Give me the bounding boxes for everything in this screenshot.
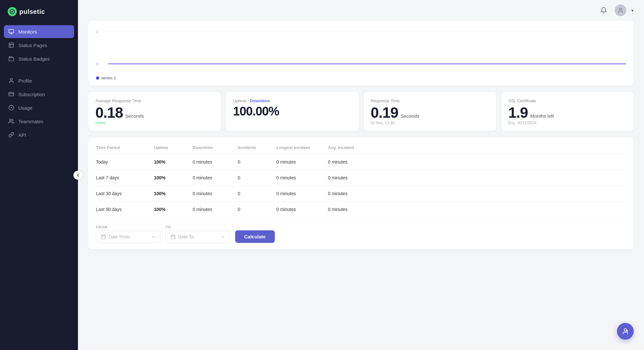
stat-sub-ssl: Exp. 30/12/2024 — [508, 121, 627, 125]
svg-point-21 — [624, 329, 626, 331]
td-longest-90d: 0 minutes — [276, 207, 328, 212]
logo: pulsetic — [0, 0, 78, 25]
stat-sub-response-time: 01 Nov, 13:36 — [371, 121, 489, 125]
fab-button[interactable] — [617, 323, 634, 340]
stat-value-row-response-time: 0.19 Seconds — [371, 105, 489, 120]
td-period-today: Today — [96, 159, 154, 165]
svg-rect-1 — [9, 29, 14, 33]
date-to-select[interactable]: Date To — [166, 231, 230, 243]
stat-big-ssl: 1.9 — [508, 105, 528, 120]
profile-icon — [8, 78, 14, 84]
sidebar: pulsetic Monitors Status Pages Status Ba… — [0, 0, 78, 350]
td-incidents-30d: 0 — [238, 191, 276, 196]
table-row: Today 100% 0 minutes 0 0 minutes 0 minut… — [96, 154, 626, 170]
api-icon — [8, 132, 14, 138]
status-pages-icon — [8, 42, 14, 48]
stat-value-row-uptime: 100.00% — [233, 105, 351, 117]
stat-big-avg-response: 0.18 — [95, 105, 123, 120]
user-menu-chevron[interactable]: ▾ — [631, 8, 634, 13]
td-downtime-30d: 0 minutes — [193, 191, 238, 196]
stat-big-response-time: 0.19 — [371, 105, 399, 120]
status-badges-icon — [8, 56, 14, 62]
sidebar-item-status-badges[interactable]: Status Badges — [4, 52, 74, 65]
svg-point-8 — [620, 8, 621, 10]
td-avg-90d: 0 minutes — [328, 207, 373, 212]
th-downtime: Downtime — [193, 145, 238, 150]
stat-unit-ssl: Months left — [530, 113, 554, 119]
td-uptime-30d: 100% — [154, 191, 193, 196]
th-incidents: Incidents — [238, 145, 276, 150]
stat-sub-avg-response: online — [95, 121, 214, 125]
date-from-select[interactable]: Date From — [96, 231, 160, 243]
sidebar-item-teammates[interactable]: Teammates — [4, 115, 74, 128]
date-to-placeholder: Date To — [178, 234, 194, 239]
date-from-label: FROM — [96, 225, 160, 229]
notification-bell[interactable] — [598, 5, 610, 16]
bell-icon — [600, 7, 607, 14]
calendar-icon-to — [170, 234, 176, 239]
user-avatar[interactable] — [615, 5, 626, 16]
sidebar-item-profile[interactable]: Profile — [4, 74, 74, 87]
th-uptime: Uptime — [154, 145, 193, 150]
date-to-field: TO Date To — [166, 225, 230, 243]
stat-unit-response-time: Seconds — [400, 113, 419, 119]
legend-label: series-1 — [101, 75, 116, 80]
logo-icon — [8, 7, 17, 16]
stats-table-card: Time Period Uptime Downtime Incidents Lo… — [88, 137, 634, 249]
td-avg-30d: 0 minutes — [328, 191, 373, 196]
sidebar-collapse-button[interactable] — [73, 171, 82, 180]
th-longest-incident: Longest Incident — [276, 145, 328, 150]
svg-point-4 — [10, 78, 12, 80]
svg-rect-2 — [9, 43, 14, 47]
date-to-label: TO — [166, 225, 230, 229]
td-downtime-7d: 0 minutes — [193, 175, 238, 180]
date-from-field: FROM Date From — [96, 225, 160, 243]
td-avg-7d: 0 minutes — [328, 175, 373, 180]
chart-legend: series-1 — [96, 75, 626, 80]
sidebar-item-usage[interactable]: Usage — [4, 101, 74, 114]
logo-text: pulsetic — [19, 8, 45, 15]
td-uptime-90d: 100% — [154, 207, 193, 212]
svg-rect-3 — [9, 57, 14, 61]
sidebar-item-status-pages[interactable]: Status Pages — [4, 39, 74, 52]
topbar: ▾ — [78, 0, 644, 21]
td-incidents-90d: 0 — [238, 207, 276, 212]
fab-icon — [622, 328, 629, 335]
calendar-icon — [101, 234, 106, 239]
td-incidents-7d: 0 — [238, 175, 276, 180]
calculate-button[interactable]: Calculate — [235, 230, 275, 243]
chart-area: 1 0 — [96, 27, 626, 72]
stat-big-uptime: 100.00% — [233, 105, 279, 117]
td-period-30d: Last 30 days — [96, 191, 154, 196]
td-period-7d: Last 7 days — [96, 175, 154, 180]
sidebar-item-monitors[interactable]: Monitors — [4, 25, 74, 38]
downtime-link[interactable]: Downtime — [250, 98, 270, 103]
stat-label-response-time: Response Time — [371, 98, 489, 103]
sidebar-item-subscription[interactable]: Subscription — [4, 88, 74, 101]
page-content: 1 0 series-1 Average Response Time 0.18 — [78, 21, 644, 260]
chevron-down-icon — [151, 235, 156, 239]
th-avg-incident: Avg. Incident — [328, 145, 373, 150]
sidebar-item-teammates-label: Teammates — [18, 119, 43, 124]
svg-rect-17 — [171, 235, 175, 239]
th-time-period: Time Period — [96, 145, 154, 150]
stat-unit-avg-response: Seconds — [125, 113, 144, 119]
usage-icon — [8, 105, 14, 111]
avatar-icon — [618, 7, 623, 13]
subscription-icon — [8, 91, 14, 97]
td-period-90d: Last 90 days — [96, 207, 154, 212]
sidebar-item-api[interactable]: API — [4, 128, 74, 141]
td-incidents-today: 0 — [238, 159, 276, 165]
table-row: Last 30 days 100% 0 minutes 0 0 minutes … — [96, 186, 626, 202]
sidebar-item-status-badges-label: Status Badges — [18, 56, 50, 62]
td-longest-today: 0 minutes — [276, 159, 328, 165]
td-longest-7d: 0 minutes — [276, 175, 328, 180]
sidebar-item-usage-label: Usage — [18, 105, 32, 111]
stat-label-ssl: SSL Certificate — [508, 98, 627, 103]
td-avg-today: 0 minutes — [328, 159, 373, 165]
chevron-down-icon-to — [221, 235, 225, 239]
svg-rect-13 — [101, 235, 105, 239]
legend-dot — [96, 76, 99, 80]
sidebar-nav: Monitors Status Pages Status Badges Prof… — [0, 25, 78, 141]
stat-card-avg-response: Average Response Time 0.18 Seconds onlin… — [88, 92, 221, 131]
